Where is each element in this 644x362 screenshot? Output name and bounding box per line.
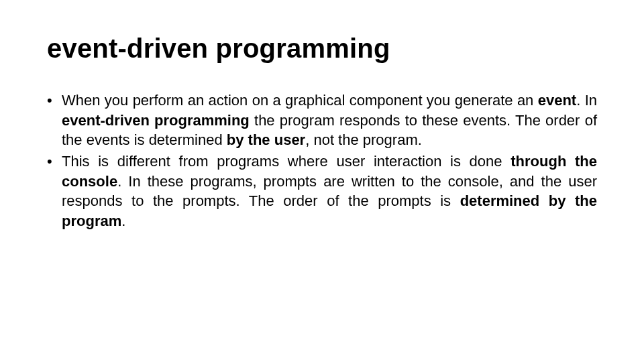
bullet-item: When you perform an action on a graphica… [47,90,597,150]
text-run: . In [576,92,597,109]
text-run: When you perform an action on a graphica… [62,92,538,109]
slide-title: event-driven programming [47,34,597,64]
text-run: , not the program. [305,131,422,148]
slide: event-driven programming When you perfor… [0,0,644,362]
text-run: . [121,213,125,229]
text-run: event-driven programming [62,112,250,129]
text-run: This is different from programs where us… [62,153,511,170]
bullet-list: When you perform an action on a graphica… [47,90,597,231]
text-run: by the user [227,131,305,148]
text-run: event [538,92,576,109]
bullet-item: This is different from programs where us… [47,152,597,231]
